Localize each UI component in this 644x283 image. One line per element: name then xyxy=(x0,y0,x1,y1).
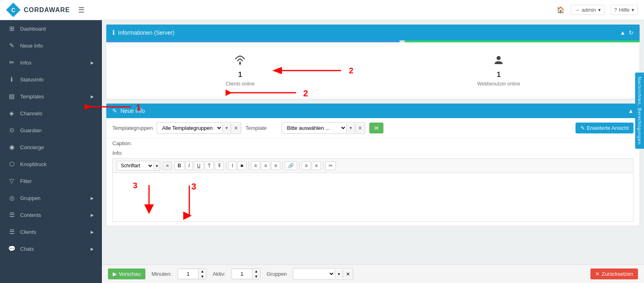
ordered-list-button[interactable]: ≡ xyxy=(302,161,311,170)
info-section: Info: xyxy=(106,149,640,158)
italic-button[interactable]: I xyxy=(185,161,193,170)
minuten-input-wrapper: ▲ ▼ xyxy=(178,268,207,280)
aktiv-input[interactable] xyxy=(232,269,252,279)
webbenutzer-label: Webbenutzer online xyxy=(477,81,520,87)
aktiv-up-arrow[interactable]: ▲ xyxy=(253,269,260,274)
collapse-button[interactable]: ▲ xyxy=(620,29,625,36)
admin-button[interactable]: → admin ▾ xyxy=(571,5,604,15)
template-select[interactable]: Bitte auswählen ... xyxy=(282,123,346,133)
template-dropdown-icon[interactable]: ▾ xyxy=(346,123,355,133)
help-button[interactable]: ? Hilfe ▾ xyxy=(611,5,638,15)
home-icon[interactable]: 🏠 xyxy=(557,6,565,14)
main-container: ⊞ Dashboard ✎ Neue Info ✏ Infos ▶ ℹ Stat… xyxy=(0,20,644,283)
sidebar-label-channels: Channels xyxy=(20,110,94,117)
zuruecksetzen-button[interactable]: ✕ Zurücksetzen xyxy=(590,268,638,279)
align-center-button[interactable]: ≡ xyxy=(261,161,270,170)
unordered-list-button[interactable]: ≡ xyxy=(312,161,321,170)
caption-section: Caption: xyxy=(106,138,640,149)
text-strikethrough-button[interactable]: T xyxy=(215,161,224,170)
sidebar-item-contents[interactable]: ☰ Contents ▶ xyxy=(0,206,102,223)
template-clear-button[interactable]: ✕ xyxy=(355,123,365,133)
vorschau-button[interactable]: ▶ Vorschau xyxy=(108,268,145,279)
block-button[interactable]: ■ xyxy=(237,161,246,170)
neue-info-icon: ✎ xyxy=(8,42,15,49)
link-button[interactable]: 🔗 xyxy=(285,161,297,170)
knopfdruck-icon: ⬡ xyxy=(8,160,15,168)
sidebar-item-concierge[interactable]: ◉ Concierge xyxy=(0,139,102,156)
sidebar-item-guardian[interactable]: ⊙ Guardian xyxy=(0,122,102,139)
font-clear-button[interactable]: ✕ xyxy=(163,162,172,170)
sidebar-item-gruppen[interactable]: ◎ Gruppen ▶ xyxy=(0,189,102,206)
send-button[interactable]: ✉ xyxy=(369,123,383,133)
sidebar-item-filter[interactable]: ▽ Filter xyxy=(0,173,102,189)
sidebar-item-dashboard[interactable]: ⊞ Dashboard xyxy=(0,20,102,37)
gruppen-clear-button[interactable]: ✕ xyxy=(343,269,353,279)
stat-webbenutzer-online: 1 Webbenutzer online xyxy=(477,54,520,87)
neue-info-collapse-button[interactable]: ▲ xyxy=(628,108,634,114)
form-row-templates: Templategruppen Alle Templategruppen ▾ ✕… xyxy=(106,118,640,138)
clients-online-label: Clients online xyxy=(226,81,255,87)
indent-button[interactable]: I xyxy=(228,161,236,170)
progress-bar-green xyxy=(405,40,640,42)
sidebar-label-contents: Contents xyxy=(20,212,86,218)
gruppen-dropdown-icon[interactable]: ▾ xyxy=(335,270,343,278)
sidebar-item-statusinfo[interactable]: ℹ StatusInfo xyxy=(0,71,102,88)
right-side-tab[interactable]: Nachrichten, Berechtigungen xyxy=(635,73,644,149)
erweiterte-ansicht-button[interactable]: ✎ Erweiterte Ansicht xyxy=(576,123,634,133)
gruppen-icon: ◎ xyxy=(8,194,15,202)
text-color-button[interactable]: T xyxy=(205,161,214,170)
toolbar-sep-2 xyxy=(248,162,249,170)
templategruppen-clear-button[interactable]: ✕ xyxy=(231,123,241,133)
erweiterte-ansicht-label: Erweiterte Ansicht xyxy=(587,125,629,131)
logo-diamond-icon: C xyxy=(6,3,21,17)
logo-text: CORDAWARE xyxy=(24,6,70,14)
sidebar-item-channels[interactable]: ◈ Channels xyxy=(0,105,102,122)
templates-icon: ▤ xyxy=(8,93,15,100)
neue-info-title: Neue Info xyxy=(120,108,145,114)
minuten-input[interactable] xyxy=(178,269,198,279)
topbar-right: 🏠 → admin ▾ ? Hilfe ▾ xyxy=(557,5,638,15)
minuten-down-arrow[interactable]: ▼ xyxy=(199,274,206,279)
logo: C CORDAWARE xyxy=(6,3,70,17)
templates-arrow-icon: ▶ xyxy=(91,94,94,99)
guardian-icon: ⊙ xyxy=(8,127,15,134)
gruppen-select[interactable] xyxy=(293,268,335,279)
minuten-arrows: ▲ ▼ xyxy=(198,269,206,279)
font-dropdown-icon[interactable]: ▾ xyxy=(153,162,160,169)
info-server-header: ℹ Informationen (Server) ▲ ↻ xyxy=(106,25,640,40)
sidebar-item-infos[interactable]: ✏ Infos ▶ xyxy=(0,54,102,71)
clear-format-button[interactable]: ✂ xyxy=(325,161,336,170)
sidebar-item-clients[interactable]: ☰ Clients ▶ xyxy=(0,223,102,240)
svg-point-0 xyxy=(239,63,241,65)
align-right-button[interactable]: ≡ xyxy=(271,161,280,170)
templategruppen-select[interactable]: Alle Templategruppen xyxy=(157,123,222,133)
sidebar-item-templates[interactable]: ▤ Templates ▶ xyxy=(0,88,102,105)
user-icon xyxy=(493,54,504,69)
sidebar-item-knopfdruck[interactable]: ⬡ Knopfdruck xyxy=(0,156,102,173)
aktiv-label: Aktiv: xyxy=(213,271,226,277)
bold-button[interactable]: B xyxy=(174,161,184,170)
admin-label: admin xyxy=(582,7,596,13)
align-left-button[interactable]: ≡ xyxy=(251,161,260,170)
sidebar-label-guardian: Guardian xyxy=(20,127,94,133)
sidebar-item-neue-info[interactable]: ✎ Neue Info xyxy=(0,37,102,54)
editor-body[interactable] xyxy=(113,173,633,221)
underline-button[interactable]: U xyxy=(194,161,204,170)
annotation-2-label: 2 xyxy=(349,66,353,75)
minuten-up-arrow[interactable]: ▲ xyxy=(199,269,206,274)
info-server-header-left: ℹ Informationen (Server) xyxy=(112,29,174,36)
sidebar-label-clients: Clients xyxy=(20,229,86,235)
clients-online-area: 1 1 Cl xyxy=(226,54,255,87)
statusinfo-icon: ℹ xyxy=(8,76,15,83)
reset-icon: ✕ xyxy=(595,271,600,277)
help-chevron-icon: ▾ xyxy=(632,7,634,13)
templategruppen-dropdown-icon[interactable]: ▾ xyxy=(222,123,231,133)
refresh-button[interactable]: ↻ xyxy=(629,29,634,36)
hamburger-menu-button[interactable]: ☰ xyxy=(78,6,85,15)
toolbar-sep-4 xyxy=(299,162,300,170)
right-tab-label: Nachrichten, Berechtigungen xyxy=(637,77,642,145)
aktiv-down-arrow[interactable]: ▼ xyxy=(253,274,260,279)
font-select[interactable]: Schriftart xyxy=(117,161,153,170)
contents-icon: ☰ xyxy=(8,211,15,218)
sidebar-item-chats[interactable]: 💬 Chats ▶ xyxy=(0,240,102,257)
